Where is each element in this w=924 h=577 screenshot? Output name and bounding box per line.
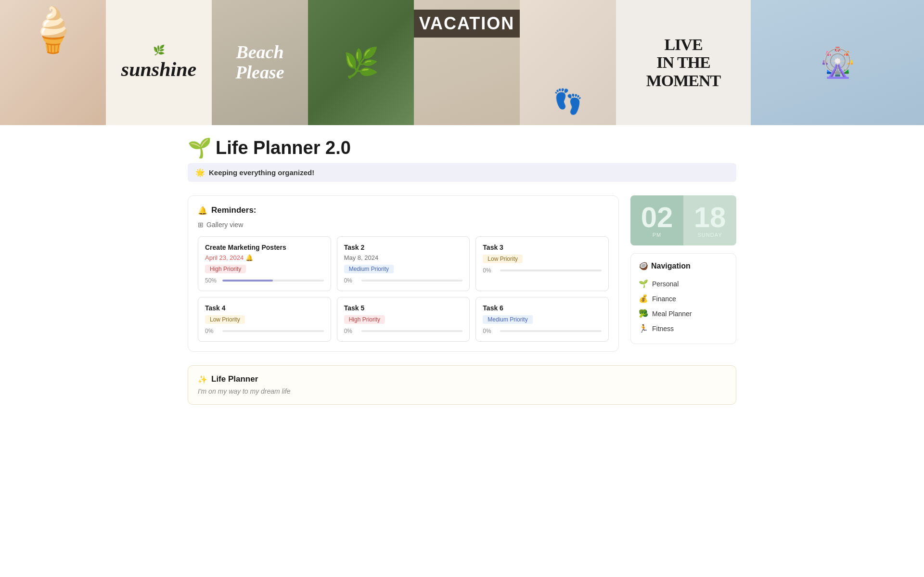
progress-row: 50% xyxy=(205,277,324,284)
nav-item-finance[interactable]: 💰 Finance xyxy=(639,291,728,306)
nav-item-personal[interactable]: 🌱 Personal xyxy=(639,276,728,291)
page-title: Life Planner 2.0 xyxy=(216,138,351,158)
progress-pct: 0% xyxy=(483,267,496,274)
progress-row: 0% xyxy=(483,328,602,334)
collage-beach: BeachPlease xyxy=(212,0,308,125)
task-date: April 23, 2024 🔔 xyxy=(205,254,324,261)
collage-sunshine: 🌿 sunshine xyxy=(106,0,212,125)
task-name: Task 5 xyxy=(344,304,463,312)
logo-icon: 🌱 xyxy=(188,137,212,159)
progress-row: 0% xyxy=(344,277,463,284)
page-content: 🌱 Life Planner 2.0 🌟 Keeping everything … xyxy=(149,125,775,416)
progress-row: 0% xyxy=(344,328,463,334)
progress-bar-bg xyxy=(361,330,463,332)
nav-item-emoji: 🌱 xyxy=(639,279,648,288)
progress-bar-fill xyxy=(222,280,273,282)
nav-item-label: Finance xyxy=(652,295,676,303)
nav-item-label: Meal Planner xyxy=(652,310,692,318)
priority-badge: Medium Priority xyxy=(483,315,532,324)
feet-emoji: 👣 xyxy=(553,88,583,115)
progress-bar-bg xyxy=(500,269,602,271)
subtitle-banner: 🌟 Keeping everything organized! xyxy=(188,163,736,182)
page-header: 🌱 Life Planner 2.0 xyxy=(188,137,736,159)
gallery-view-label: Gallery view xyxy=(206,221,243,229)
subtitle-text: Keeping everything organized! xyxy=(209,168,314,177)
task-name: Create Marketing Posters xyxy=(205,244,324,251)
life-planner-section: ✨ Life Planner I'm on my way to my dream… xyxy=(188,365,736,405)
live-text: LIVEIN THEMOMENT xyxy=(646,36,721,90)
gallery-icon: ⊞ xyxy=(198,221,204,229)
clock-am-pm: PM xyxy=(653,232,662,238)
progress-pct: 0% xyxy=(205,328,218,334)
progress-row: 0% xyxy=(205,328,324,334)
header-collage: 🍦 🌿 sunshine BeachPlease 🌿 VACATION 👣 LI… xyxy=(0,0,924,125)
progress-pct: 0% xyxy=(483,328,496,334)
right-sidebar: 02 PM 18 SUNDAY 🥥 Navigation 🌱 Personal💰 xyxy=(630,195,736,344)
progress-bar-bg xyxy=(361,280,463,282)
priority-badge: Medium Priority xyxy=(344,265,394,273)
task-grid: Create Marketing PostersApril 23, 2024 🔔… xyxy=(198,236,609,342)
alarm-icon: 🔔 xyxy=(245,254,253,261)
nav-item-fitness[interactable]: 🏃 Fitness xyxy=(639,321,728,336)
subtitle-emoji: 🌟 xyxy=(195,168,205,177)
progress-bar-bg xyxy=(222,330,324,332)
gallery-view-row[interactable]: ⊞ Gallery view xyxy=(198,221,609,229)
reminders-title: Reminders: xyxy=(211,205,257,215)
clock-day: SUNDAY xyxy=(697,232,722,238)
task-card[interactable]: Create Marketing PostersApril 23, 2024 🔔… xyxy=(198,236,331,291)
nav-item-label: Personal xyxy=(652,280,679,288)
lp-title: Life Planner xyxy=(211,374,258,384)
task-card[interactable]: Task 3Low Priority 0% xyxy=(475,236,609,291)
collage-leaves: 🌿 xyxy=(308,0,414,125)
progress-pct: 0% xyxy=(344,328,358,334)
task-card[interactable]: Task 6Medium Priority 0% xyxy=(475,297,609,342)
task-name: Task 4 xyxy=(205,304,324,312)
priority-badge: Low Priority xyxy=(483,255,523,263)
nav-item-emoji: 🥦 xyxy=(639,309,648,318)
sunshine-text: sunshine xyxy=(121,58,196,81)
progress-pct: 0% xyxy=(344,277,358,284)
nav-item-emoji: 🏃 xyxy=(639,324,648,333)
collage-feet: 👣 xyxy=(520,0,616,125)
clock-minute-panel: 18 SUNDAY xyxy=(683,195,736,245)
reminders-header: 🔔 Reminders: xyxy=(198,205,609,215)
priority-badge: High Priority xyxy=(205,265,246,273)
nav-icon: 🥥 xyxy=(639,261,648,270)
ferris-emoji: 🎡 xyxy=(820,46,856,80)
task-name: Task 3 xyxy=(483,244,602,251)
task-card[interactable]: Task 4Low Priority 0% xyxy=(198,297,331,342)
task-name: Task 6 xyxy=(483,304,602,312)
clock-widget: 02 PM 18 SUNDAY xyxy=(630,195,736,245)
clock-hour-panel: 02 PM xyxy=(630,195,683,245)
beach-text: BeachPlease xyxy=(235,42,284,83)
collage-live: LIVEIN THEMOMENT xyxy=(616,0,751,125)
leaves-emoji: 🌿 xyxy=(343,46,379,80)
progress-bar-bg xyxy=(500,330,602,332)
progress-row: 0% xyxy=(483,267,602,274)
main-layout: 🔔 Reminders: ⊞ Gallery view Create Marke… xyxy=(188,195,736,352)
collage-ferris: 🎡 xyxy=(751,0,924,125)
collage-ice-cream: 🍦 xyxy=(0,0,106,125)
task-card[interactable]: Task 2May 8, 2024Medium Priority 0% xyxy=(337,236,470,291)
bell-icon: 🔔 xyxy=(198,206,207,215)
vacation-text: VACATION xyxy=(414,10,520,38)
task-name: Task 2 xyxy=(344,244,463,251)
progress-pct: 50% xyxy=(205,277,218,284)
collage-vacation: VACATION xyxy=(414,0,520,125)
progress-bar-bg xyxy=(222,280,324,282)
priority-badge: High Priority xyxy=(344,315,385,324)
reminders-card: 🔔 Reminders: ⊞ Gallery view Create Marke… xyxy=(188,195,619,352)
task-date: May 8, 2024 xyxy=(344,254,463,261)
ice-cream-emoji: 🍦 xyxy=(26,5,80,55)
nav-card: 🥥 Navigation 🌱 Personal💰 Finance🥦 Meal P… xyxy=(630,253,736,344)
lp-emoji: ✨ xyxy=(198,375,207,384)
clock-minute: 18 xyxy=(694,203,726,232)
nav-items: 🌱 Personal💰 Finance🥦 Meal Planner🏃 Fitne… xyxy=(639,276,728,336)
nav-item-label: Fitness xyxy=(652,325,674,333)
clock-hour: 02 xyxy=(641,203,673,232)
task-card[interactable]: Task 5High Priority 0% xyxy=(337,297,470,342)
lp-header: ✨ Life Planner xyxy=(198,374,726,384)
nav-item-emoji: 💰 xyxy=(639,294,648,303)
nav-item-meal-planner[interactable]: 🥦 Meal Planner xyxy=(639,306,728,321)
nav-title: 🥥 Navigation xyxy=(639,261,728,270)
